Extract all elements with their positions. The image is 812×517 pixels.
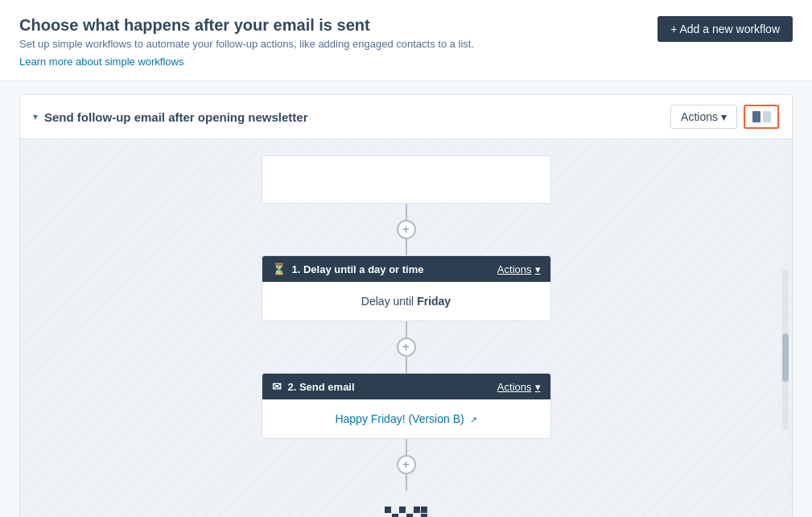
qr-cell — [421, 514, 427, 517]
connector-3: + — [397, 439, 416, 490]
delay-actions-label: Actions — [497, 263, 532, 275]
page-subtitle: Set up simple workflows to automate your… — [19, 38, 474, 50]
delay-day: Friday — [417, 295, 451, 308]
header-left: Choose what happens after your email is … — [19, 16, 474, 68]
qr-cell — [392, 514, 398, 517]
workflow-title-area: ▾ Send follow-up email after opening new… — [33, 110, 308, 124]
qr-cell — [421, 507, 427, 513]
actions-label: Actions — [681, 110, 718, 123]
email-link-text: Happy Friday! (Version B) — [335, 412, 464, 425]
connector-line-2b — [406, 357, 407, 373]
connector-1: + — [397, 204, 416, 255]
connector-line-3b — [406, 474, 407, 490]
send-email-actions-label: Actions — [497, 381, 532, 393]
learn-more-link[interactable]: Learn more about simple workflows — [19, 56, 183, 68]
send-email-number-title: 2. Send email — [288, 381, 355, 393]
workflow-canvas: + ⏳ 1. Delay until a day or time Actions… — [20, 139, 792, 517]
partial-card — [262, 155, 551, 204]
delay-actions-chevron-icon: ▾ — [535, 263, 541, 275]
connector-line-1b — [406, 239, 407, 255]
delay-body-text: Delay until Friday — [361, 295, 451, 308]
delay-step-title-area: ⏳ 1. Delay until a day or time — [272, 263, 424, 275]
workflow-title: Send follow-up email after opening newsl… — [44, 110, 308, 124]
qr-cell — [399, 507, 406, 513]
qr-cell — [414, 507, 420, 513]
email-link[interactable]: Happy Friday! (Version B) ↗ — [335, 412, 476, 425]
qr-cell — [414, 514, 420, 517]
partial-card-inner — [262, 156, 550, 203]
qr-cell — [385, 507, 391, 513]
end-pattern — [385, 507, 427, 517]
toggle-inner-right — [763, 111, 771, 122]
scrollbar-thumb[interactable] — [782, 333, 789, 382]
dropdown-chevron-icon: ▾ — [721, 110, 727, 123]
toggle-inner-left — [752, 111, 760, 122]
delay-step-body: Delay until Friday — [262, 282, 550, 321]
delay-step-number-title: 1. Delay until a day or time — [292, 263, 424, 275]
add-workflow-button[interactable]: + Add a new workflow — [657, 16, 793, 42]
connector-line-1 — [406, 204, 407, 220]
page-header: Choose what happens after your email is … — [0, 0, 812, 81]
send-email-step-body: Happy Friday! (Version B) ↗ — [262, 399, 550, 438]
external-link-icon: ↗ — [470, 415, 477, 425]
send-email-actions-button[interactable]: Actions ▾ — [497, 381, 541, 393]
workflow-actions-button[interactable]: Actions ▾ — [670, 105, 737, 129]
qr-cell — [406, 514, 413, 517]
send-email-actions-chevron-icon: ▾ — [535, 381, 541, 393]
page-title: Choose what happens after your email is … — [19, 16, 474, 35]
qr-cell — [385, 514, 391, 517]
add-step-button-3[interactable]: + — [397, 455, 416, 474]
qr-cell — [399, 514, 406, 517]
chevron-icon[interactable]: ▾ — [33, 111, 38, 122]
toggle-view-button[interactable] — [744, 105, 779, 129]
delay-icon: ⏳ — [272, 263, 286, 275]
delay-step-header: ⏳ 1. Delay until a day or time Actions ▾ — [262, 256, 550, 282]
connector-2: + — [397, 321, 416, 373]
email-icon: ✉ — [272, 380, 282, 393]
qr-cell — [392, 507, 398, 513]
scrollbar[interactable] — [782, 269, 789, 430]
connector-line-2 — [406, 321, 407, 337]
add-step-button-2[interactable]: + — [397, 337, 416, 357]
send-email-title-area: ✉ 2. Send email — [272, 380, 355, 393]
workflow-container: ▾ Send follow-up email after opening new… — [19, 94, 793, 517]
qr-cell — [406, 507, 413, 513]
workflow-header-actions: Actions ▾ — [670, 105, 779, 129]
connector-line-3 — [406, 439, 407, 455]
workflow-header: ▾ Send follow-up email after opening new… — [20, 95, 792, 139]
send-email-step-header: ✉ 2. Send email Actions ▾ — [262, 374, 550, 399]
delay-step-card: ⏳ 1. Delay until a day or time Actions ▾… — [262, 255, 551, 321]
send-email-step-card: ✉ 2. Send email Actions ▾ Happy Friday! … — [262, 373, 551, 439]
delay-actions-button[interactable]: Actions ▾ — [497, 263, 541, 275]
add-step-button-1[interactable]: + — [397, 220, 416, 239]
